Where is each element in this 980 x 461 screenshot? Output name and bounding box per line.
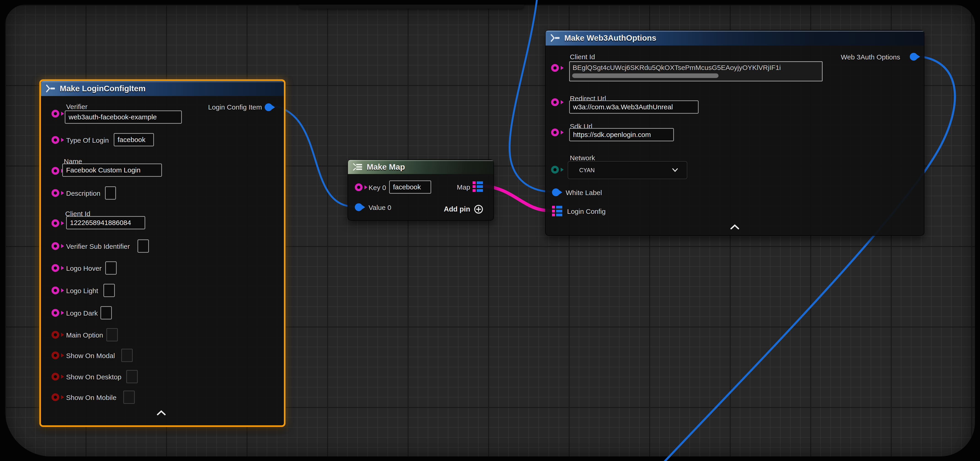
node-header[interactable]: Make Map bbox=[348, 160, 493, 174]
client-id-text: BEglQSgt4cUWcj6SKRdu5QkOXTsePmMcusG5EAoy… bbox=[573, 64, 781, 72]
clipped-node[interactable] bbox=[299, 5, 524, 9]
pin-label-show-on-mobile: Show On Mobile bbox=[66, 394, 116, 402]
chevron-down-icon bbox=[671, 168, 678, 172]
pin-logo-light[interactable] bbox=[51, 286, 59, 294]
pin-show-on-desktop[interactable] bbox=[51, 373, 59, 380]
pin-key0[interactable] bbox=[355, 183, 363, 191]
show-on-mobile-checkbox[interactable] bbox=[123, 391, 135, 404]
main-option-checkbox[interactable] bbox=[107, 328, 118, 342]
pin-label-login-config: Login Config bbox=[567, 208, 606, 215]
pin-label-network: Network bbox=[570, 154, 595, 162]
pin-label-logo-light: Logo Light bbox=[66, 287, 98, 295]
node-make-map[interactable]: Make Map Key 0 Map Value 0 Add pin bbox=[347, 159, 494, 221]
pin-type-of-login[interactable] bbox=[51, 136, 59, 144]
map-pin-icon[interactable] bbox=[552, 206, 563, 217]
show-on-modal-checkbox[interactable] bbox=[121, 349, 133, 362]
pin-label-web3auth-options: Web 3Auth Options bbox=[841, 53, 900, 61]
pin-verifier[interactable] bbox=[51, 110, 59, 118]
pin-white-label[interactable] bbox=[552, 188, 560, 196]
node-title: Make Map bbox=[367, 162, 405, 172]
pin-label-value0: Value 0 bbox=[369, 204, 391, 211]
node-header[interactable]: Make LoginConfigItem bbox=[41, 81, 284, 96]
pin-label-map-out: Map bbox=[457, 183, 470, 191]
pin-client-id[interactable] bbox=[551, 64, 559, 72]
make-struct-icon bbox=[550, 34, 561, 42]
key0-input[interactable] bbox=[389, 180, 431, 194]
client-id-input[interactable] bbox=[66, 216, 145, 229]
add-pin-button[interactable]: Add pin bbox=[444, 204, 484, 214]
pin-sdk-url[interactable] bbox=[551, 129, 559, 136]
pin-description[interactable] bbox=[51, 189, 59, 197]
pin-label-show-on-desktop: Show On Desktop bbox=[66, 373, 121, 381]
pin-label-verifier-sub-identifier: Verifier Sub Identifier bbox=[66, 243, 130, 250]
client-id-input[interactable]: BEglQSgt4cUWcj6SKRdu5QkOXTsePmMcusG5EAoy… bbox=[569, 61, 822, 81]
pin-show-on-modal[interactable] bbox=[51, 351, 59, 359]
circle-plus-icon bbox=[474, 204, 484, 214]
pin-label-show-on-modal: Show On Modal bbox=[66, 352, 115, 360]
pin-label-type-of-login: Type Of Login bbox=[66, 137, 109, 144]
description-input[interactable] bbox=[105, 186, 116, 200]
pin-label-login-config-item: Login Config Item bbox=[208, 103, 262, 111]
pin-web3auth-options-out[interactable] bbox=[910, 53, 918, 60]
network-dropdown[interactable]: CYAN bbox=[568, 161, 687, 179]
pin-redirect-url[interactable] bbox=[551, 99, 559, 106]
pin-label-logo-dark: Logo Dark bbox=[66, 309, 98, 317]
node-make-web3authoptions[interactable]: Make Web3AuthOptions Client Id BEglQSgt4… bbox=[545, 30, 924, 236]
pin-value0[interactable] bbox=[355, 203, 363, 211]
verifier-input[interactable] bbox=[65, 110, 182, 124]
pin-logo-hover[interactable] bbox=[51, 264, 59, 272]
logo-dark-input[interactable] bbox=[100, 306, 112, 320]
pin-network[interactable] bbox=[551, 166, 559, 173]
redirect-url-input[interactable] bbox=[569, 100, 698, 114]
pin-label-white-label: White Label bbox=[566, 189, 602, 197]
node-make-loginconfigitem[interactable]: Make LoginConfigItem Verifier Login Conf… bbox=[39, 79, 285, 427]
pin-label-verifier: Verifier bbox=[66, 103, 88, 111]
blueprint-editor: Make LoginConfigItem Verifier Login Conf… bbox=[0, 0, 980, 461]
pin-label-client-id: Client Id bbox=[570, 53, 595, 61]
node-title: Make LoginConfigItem bbox=[60, 84, 145, 93]
pin-label-main-option: Main Option bbox=[66, 331, 103, 339]
show-on-desktop-checkbox[interactable] bbox=[126, 370, 138, 383]
verifier-sub-identifier-input[interactable] bbox=[137, 239, 149, 253]
pin-main-option[interactable] bbox=[51, 331, 59, 339]
node-header[interactable]: Make Web3AuthOptions bbox=[546, 30, 924, 46]
type-of-login-input[interactable] bbox=[114, 133, 154, 146]
logo-light-input[interactable] bbox=[103, 284, 115, 297]
pin-logo-dark[interactable] bbox=[51, 309, 59, 317]
map-pin-icon[interactable] bbox=[473, 181, 484, 192]
node-title: Make Web3AuthOptions bbox=[564, 33, 656, 43]
pin-show-on-mobile[interactable] bbox=[51, 393, 59, 401]
pin-client-id[interactable] bbox=[51, 219, 59, 227]
logo-hover-input[interactable] bbox=[105, 261, 117, 275]
chevron-up-icon[interactable] bbox=[156, 410, 167, 416]
add-pin-label: Add pin bbox=[444, 205, 470, 213]
pin-label-description: Description bbox=[66, 189, 100, 197]
pin-label-key0: Key 0 bbox=[369, 184, 386, 192]
chevron-up-icon[interactable] bbox=[729, 224, 740, 230]
client-id-scrollbar[interactable] bbox=[572, 73, 719, 78]
make-struct-icon bbox=[46, 84, 56, 92]
name-input[interactable] bbox=[62, 164, 162, 177]
pin-name[interactable] bbox=[51, 167, 59, 175]
sdk-url-input[interactable] bbox=[569, 128, 674, 141]
pin-verifier-sub-identifier[interactable] bbox=[51, 242, 59, 250]
network-selected-value: CYAN bbox=[568, 167, 595, 173]
make-map-icon bbox=[353, 163, 363, 171]
pin-login-config-item-out[interactable] bbox=[265, 103, 272, 111]
pin-label-logo-hover: Logo Hover bbox=[66, 265, 102, 272]
